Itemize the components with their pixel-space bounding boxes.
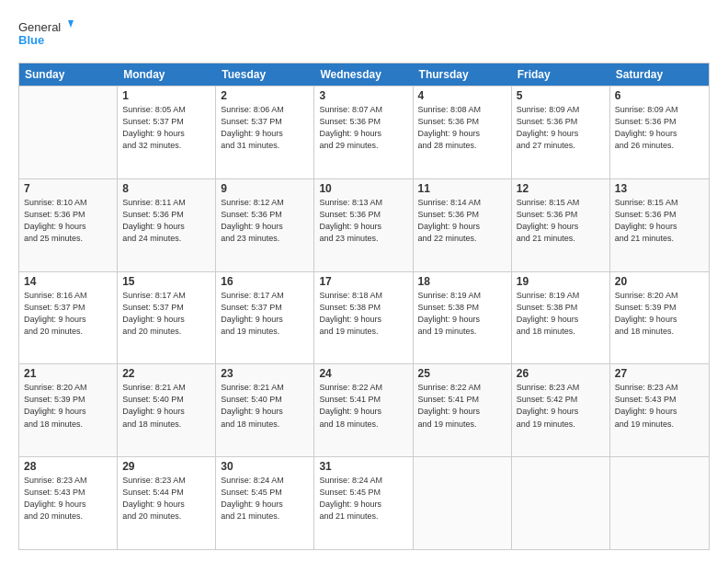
calendar-cell: 18Sunrise: 8:19 AMSunset: 5:38 PMDayligh… bbox=[414, 272, 512, 364]
cell-sun-info: Sunrise: 8:24 AMSunset: 5:45 PMDaylight:… bbox=[221, 475, 309, 523]
calendar-row: 7Sunrise: 8:10 AMSunset: 5:36 PMDaylight… bbox=[19, 178, 709, 271]
calendar-cell: 4Sunrise: 8:08 AMSunset: 5:36 PMDaylight… bbox=[414, 86, 512, 178]
cell-day-number: 20 bbox=[615, 275, 704, 288]
calendar-cell: 1Sunrise: 8:05 AMSunset: 5:37 PMDaylight… bbox=[118, 86, 216, 178]
calendar-body: 1Sunrise: 8:05 AMSunset: 5:37 PMDaylight… bbox=[19, 86, 709, 549]
calendar-cell bbox=[512, 457, 610, 549]
cell-day-number: 21 bbox=[24, 367, 112, 380]
cell-sun-info: Sunrise: 8:20 AMSunset: 5:39 PMDaylight:… bbox=[615, 290, 704, 338]
calendar-page: General Blue SundayMondayTuesdayWednesda… bbox=[0, 0, 728, 563]
cell-day-number: 9 bbox=[221, 182, 309, 195]
calendar-cell: 10Sunrise: 8:13 AMSunset: 5:36 PMDayligh… bbox=[314, 179, 413, 271]
calendar-cell: 15Sunrise: 8:17 AMSunset: 5:37 PMDayligh… bbox=[118, 272, 216, 364]
cell-day-number: 17 bbox=[319, 275, 407, 288]
calendar-cell: 29Sunrise: 8:23 AMSunset: 5:44 PMDayligh… bbox=[118, 457, 216, 549]
calendar-cell bbox=[414, 457, 512, 549]
cell-sun-info: Sunrise: 8:15 AMSunset: 5:36 PMDaylight:… bbox=[615, 197, 704, 245]
cell-sun-info: Sunrise: 8:17 AMSunset: 5:37 PMDaylight:… bbox=[221, 290, 309, 338]
logo: General Blue bbox=[18, 17, 74, 53]
cell-sun-info: Sunrise: 8:22 AMSunset: 5:41 PMDaylight:… bbox=[418, 382, 506, 430]
cell-day-number: 1 bbox=[122, 89, 210, 102]
cell-sun-info: Sunrise: 8:09 AMSunset: 5:36 PMDaylight:… bbox=[517, 104, 605, 152]
cell-sun-info: Sunrise: 8:09 AMSunset: 5:36 PMDaylight:… bbox=[615, 104, 704, 152]
calendar-cell: 13Sunrise: 8:15 AMSunset: 5:36 PMDayligh… bbox=[610, 179, 709, 271]
cell-sun-info: Sunrise: 8:17 AMSunset: 5:37 PMDaylight:… bbox=[122, 290, 210, 338]
calendar-cell: 24Sunrise: 8:22 AMSunset: 5:41 PMDayligh… bbox=[314, 364, 413, 456]
cell-sun-info: Sunrise: 8:21 AMSunset: 5:40 PMDaylight:… bbox=[122, 382, 210, 430]
cell-day-number: 18 bbox=[418, 275, 506, 288]
cell-day-number: 19 bbox=[517, 275, 605, 288]
cell-day-number: 10 bbox=[319, 182, 407, 195]
calendar-cell: 16Sunrise: 8:17 AMSunset: 5:37 PMDayligh… bbox=[216, 272, 314, 364]
page-header: General Blue bbox=[18, 17, 710, 53]
cell-day-number: 5 bbox=[517, 89, 605, 102]
calendar-row: 14Sunrise: 8:16 AMSunset: 5:37 PMDayligh… bbox=[19, 271, 709, 364]
calendar-header: SundayMondayTuesdayWednesdayThursdayFrid… bbox=[19, 63, 709, 86]
calendar-row: 21Sunrise: 8:20 AMSunset: 5:39 PMDayligh… bbox=[19, 363, 709, 456]
calendar-cell: 25Sunrise: 8:22 AMSunset: 5:41 PMDayligh… bbox=[414, 364, 512, 456]
svg-marker-2 bbox=[68, 20, 74, 28]
calendar-cell: 3Sunrise: 8:07 AMSunset: 5:36 PMDaylight… bbox=[314, 86, 413, 178]
cell-day-number: 2 bbox=[221, 89, 309, 102]
cell-sun-info: Sunrise: 8:14 AMSunset: 5:36 PMDaylight:… bbox=[418, 197, 506, 245]
cell-sun-info: Sunrise: 8:20 AMSunset: 5:39 PMDaylight:… bbox=[24, 382, 112, 430]
cell-day-number: 13 bbox=[615, 182, 704, 195]
calendar-cell: 12Sunrise: 8:15 AMSunset: 5:36 PMDayligh… bbox=[512, 179, 610, 271]
weekday-header: Tuesday bbox=[216, 63, 314, 86]
cell-day-number: 30 bbox=[221, 460, 309, 473]
cell-day-number: 7 bbox=[24, 182, 112, 195]
calendar-cell bbox=[19, 86, 118, 178]
calendar-cell: 19Sunrise: 8:19 AMSunset: 5:38 PMDayligh… bbox=[512, 272, 610, 364]
cell-day-number: 6 bbox=[615, 89, 704, 102]
cell-day-number: 31 bbox=[319, 460, 407, 473]
cell-day-number: 28 bbox=[24, 460, 112, 473]
calendar-cell: 20Sunrise: 8:20 AMSunset: 5:39 PMDayligh… bbox=[610, 272, 709, 364]
cell-day-number: 23 bbox=[221, 367, 309, 380]
weekday-header: Monday bbox=[118, 63, 216, 86]
cell-sun-info: Sunrise: 8:24 AMSunset: 5:45 PMDaylight:… bbox=[319, 475, 407, 523]
cell-sun-info: Sunrise: 8:22 AMSunset: 5:41 PMDaylight:… bbox=[319, 382, 407, 430]
cell-day-number: 29 bbox=[122, 460, 210, 473]
calendar-cell: 5Sunrise: 8:09 AMSunset: 5:36 PMDaylight… bbox=[512, 86, 610, 178]
calendar-cell: 11Sunrise: 8:14 AMSunset: 5:36 PMDayligh… bbox=[414, 179, 512, 271]
cell-day-number: 3 bbox=[319, 89, 407, 102]
cell-sun-info: Sunrise: 8:06 AMSunset: 5:37 PMDaylight:… bbox=[221, 104, 309, 152]
calendar-cell: 23Sunrise: 8:21 AMSunset: 5:40 PMDayligh… bbox=[216, 364, 314, 456]
cell-day-number: 12 bbox=[517, 182, 605, 195]
calendar-cell: 14Sunrise: 8:16 AMSunset: 5:37 PMDayligh… bbox=[19, 272, 118, 364]
cell-sun-info: Sunrise: 8:23 AMSunset: 5:43 PMDaylight:… bbox=[615, 382, 704, 430]
cell-sun-info: Sunrise: 8:19 AMSunset: 5:38 PMDaylight:… bbox=[418, 290, 506, 338]
cell-sun-info: Sunrise: 8:19 AMSunset: 5:38 PMDaylight:… bbox=[517, 290, 605, 338]
calendar-cell: 22Sunrise: 8:21 AMSunset: 5:40 PMDayligh… bbox=[118, 364, 216, 456]
cell-day-number: 11 bbox=[418, 182, 506, 195]
calendar-cell: 8Sunrise: 8:11 AMSunset: 5:36 PMDaylight… bbox=[118, 179, 216, 271]
cell-sun-info: Sunrise: 8:10 AMSunset: 5:36 PMDaylight:… bbox=[24, 197, 112, 245]
calendar-row: 1Sunrise: 8:05 AMSunset: 5:37 PMDaylight… bbox=[19, 86, 709, 178]
cell-sun-info: Sunrise: 8:21 AMSunset: 5:40 PMDaylight:… bbox=[221, 382, 309, 430]
calendar-row: 28Sunrise: 8:23 AMSunset: 5:43 PMDayligh… bbox=[19, 456, 709, 549]
weekday-header: Thursday bbox=[414, 63, 512, 86]
cell-sun-info: Sunrise: 8:08 AMSunset: 5:36 PMDaylight:… bbox=[418, 104, 506, 152]
calendar-cell: 31Sunrise: 8:24 AMSunset: 5:45 PMDayligh… bbox=[314, 457, 413, 549]
calendar-cell: 6Sunrise: 8:09 AMSunset: 5:36 PMDaylight… bbox=[610, 86, 709, 178]
cell-sun-info: Sunrise: 8:05 AMSunset: 5:37 PMDaylight:… bbox=[122, 104, 210, 152]
cell-day-number: 4 bbox=[418, 89, 506, 102]
calendar-cell: 26Sunrise: 8:23 AMSunset: 5:42 PMDayligh… bbox=[512, 364, 610, 456]
cell-sun-info: Sunrise: 8:16 AMSunset: 5:37 PMDaylight:… bbox=[24, 290, 112, 338]
cell-sun-info: Sunrise: 8:13 AMSunset: 5:36 PMDaylight:… bbox=[319, 197, 407, 245]
calendar: SundayMondayTuesdayWednesdayThursdayFrid… bbox=[18, 63, 710, 550]
svg-text:General: General bbox=[18, 20, 61, 34]
calendar-cell: 9Sunrise: 8:12 AMSunset: 5:36 PMDaylight… bbox=[216, 179, 314, 271]
cell-sun-info: Sunrise: 8:18 AMSunset: 5:38 PMDaylight:… bbox=[319, 290, 407, 338]
svg-text:Blue: Blue bbox=[18, 33, 44, 47]
cell-sun-info: Sunrise: 8:11 AMSunset: 5:36 PMDaylight:… bbox=[122, 197, 210, 245]
logo-svg: General Blue bbox=[18, 17, 74, 53]
cell-sun-info: Sunrise: 8:23 AMSunset: 5:43 PMDaylight:… bbox=[24, 475, 112, 523]
calendar-cell bbox=[610, 457, 709, 549]
cell-day-number: 24 bbox=[319, 367, 407, 380]
cell-day-number: 25 bbox=[418, 367, 506, 380]
calendar-cell: 7Sunrise: 8:10 AMSunset: 5:36 PMDaylight… bbox=[19, 179, 118, 271]
cell-day-number: 22 bbox=[122, 367, 210, 380]
weekday-header: Friday bbox=[512, 63, 610, 86]
calendar-cell: 2Sunrise: 8:06 AMSunset: 5:37 PMDaylight… bbox=[216, 86, 314, 178]
